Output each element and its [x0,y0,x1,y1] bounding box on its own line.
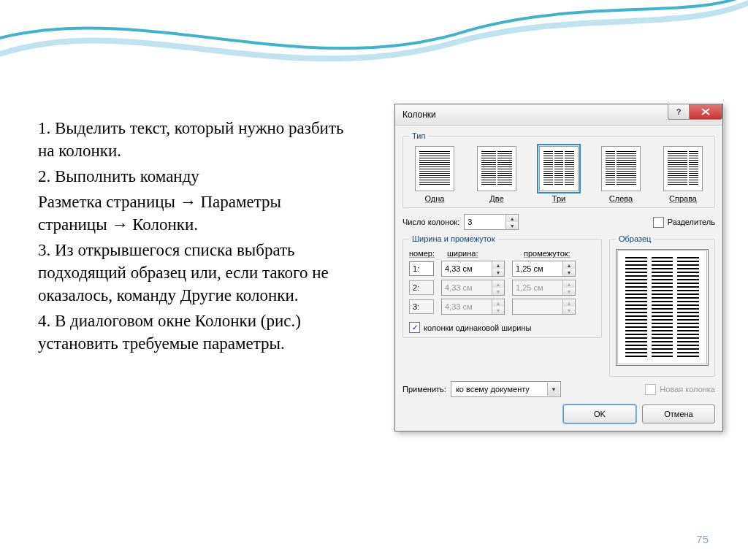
checkbox-box-icon [653,217,664,228]
wg-row: 3: ▲▼ ▲▼ [409,299,595,315]
type-option-one[interactable]: Одна [409,146,460,203]
width-gap-group: Ширина и промежуток номер: ширина: проме… [402,234,602,338]
spinner-up-icon: ▲ [492,280,504,288]
row-number: 3: [409,299,434,314]
separator-checkbox[interactable]: Разделитель [653,217,715,228]
decorative-wave [0,0,748,88]
spinner-up-icon[interactable]: ▲ [506,215,518,222]
width-spinner: ▲▼ [441,299,505,315]
width-gap-group-label: Ширина и промежуток [409,234,498,243]
apply-label: Применить: [402,385,446,394]
wg-row: 2: ▲▼ ▲▼ [409,280,595,296]
spinner-down-icon: ▼ [563,288,575,295]
gap-input [513,280,562,295]
width-spinner[interactable]: ▲▼ [441,261,505,277]
width-input [442,280,492,295]
wg-row: 1: ▲▼ ▲▼ [409,261,595,277]
col-header-gap: промежуток: [524,249,570,258]
ok-label: OK [594,410,606,418]
instruction-line: Разметка страницы → Параметры страницы →… [38,191,352,236]
spinner-up-icon: ▲ [563,280,575,288]
page-number: 75 [696,533,709,545]
col-header-number: номер: [409,249,440,258]
type-option-two[interactable]: Две [471,146,522,203]
spinner-down-icon[interactable]: ▼ [506,222,518,229]
width-input [442,299,492,314]
spinner-down-icon[interactable]: ▼ [563,269,575,276]
cancel-label: Отмена [664,410,692,418]
spinner-down-icon: ▼ [492,288,504,295]
column-count-label: Число колонок: [402,218,459,226]
column-count-spinner[interactable]: ▲ ▼ [464,214,519,230]
width-input[interactable] [442,261,492,276]
instruction-line: 1. Выделить текст, который нужно разбить… [38,117,352,162]
new-column-label: Новая колонка [660,385,715,394]
chevron-down-icon: ▼ [547,383,560,396]
type-label: Одна [409,194,460,203]
spinner-up-icon[interactable]: ▲ [492,261,504,269]
spinner-up-icon: ▲ [563,299,575,307]
column-count-input[interactable] [465,215,505,229]
new-column-checkbox: Новая колонка [645,384,715,395]
gap-input[interactable] [513,261,562,276]
width-spinner: ▲▼ [441,280,505,296]
instruction-line: 3. Из открывшегося списка выбрать подход… [38,239,352,307]
ok-button[interactable]: OK [563,404,636,423]
spinner-up-icon: ▲ [492,299,504,307]
row-number: 2: [409,280,434,295]
col-header-width: ширина: [447,249,516,258]
spinner-up-icon[interactable]: ▲ [563,261,575,269]
dialog-titlebar: Колонки ? [395,104,722,126]
type-group: Тип Одна Две Три Слева [402,131,715,208]
separator-label: Разделитель [668,218,715,226]
type-option-left[interactable]: Слева [595,146,646,203]
columns-dialog: Колонки ? Тип Одна Две [394,104,723,431]
gap-spinner: ▲▼ [512,299,576,315]
instruction-line: 4. В диалоговом окне Колонки (рис.) уста… [38,310,352,355]
instruction-text: 1. Выделить текст, который нужно разбить… [38,117,352,358]
row-number: 1: [409,261,434,276]
dialog-title: Колонки [402,110,436,120]
type-label: Две [471,194,522,203]
checkbox-box-icon: ✓ [409,322,420,333]
type-label: Справа [657,194,709,203]
instruction-line: 2. Выполнить команду [38,165,352,188]
preview-group-label: Образец [616,234,654,243]
help-button[interactable]: ? [668,104,689,120]
spinner-down-icon: ▼ [563,307,575,314]
equal-width-label: колонки одинаковой ширины [424,323,532,332]
spinner-down-icon: ▼ [492,307,504,314]
apply-select[interactable]: ко всему документу ▼ [451,381,561,397]
preview-pane [616,249,709,366]
gap-input [513,299,562,314]
close-icon [701,108,711,115]
apply-value: ко всему документу [456,385,530,394]
type-label: Слева [595,194,646,203]
type-option-three[interactable]: Три [533,146,584,203]
type-group-label: Тип [409,131,428,140]
spinner-down-icon[interactable]: ▼ [492,269,504,276]
cancel-button[interactable]: Отмена [642,404,715,423]
gap-spinner: ▲▼ [512,280,576,296]
preview-group: Образец [609,234,715,377]
checkbox-box-icon [645,384,656,395]
type-label: Три [533,194,584,203]
equal-width-checkbox[interactable]: ✓ колонки одинаковой ширины [409,322,532,333]
help-icon: ? [676,107,682,116]
close-button[interactable] [689,104,722,120]
gap-spinner[interactable]: ▲▼ [512,261,576,277]
type-option-right[interactable]: Справа [657,146,709,203]
